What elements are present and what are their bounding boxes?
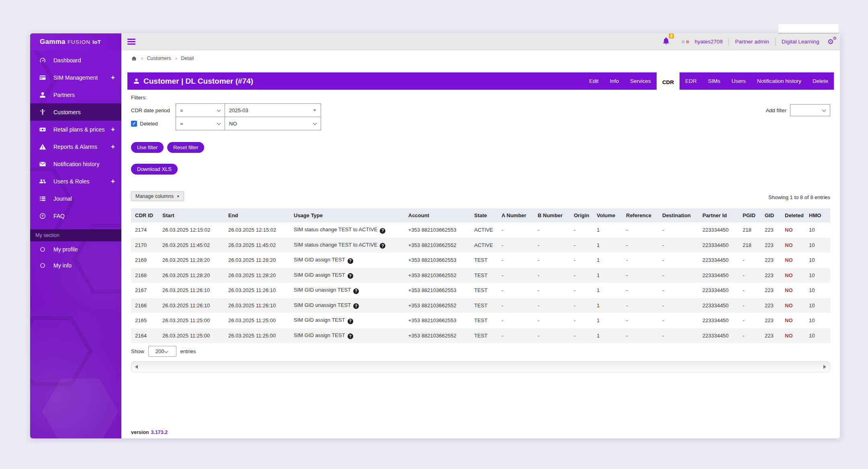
sidebar-item-journal[interactable]: Journal [30, 190, 121, 207]
cell-volume: 1 [594, 238, 623, 253]
sidebar-item-sim-management[interactable]: SIM Management+ [30, 69, 121, 86]
sidebar-item-my-profile[interactable]: My profile [30, 241, 121, 257]
column-header-cdr-id[interactable]: CDR ID [131, 208, 159, 222]
cell-reference: - [623, 238, 659, 253]
column-header-hmo[interactable]: HMO [806, 208, 830, 222]
users-icon [39, 177, 47, 185]
column-header-account[interactable]: Account [405, 208, 471, 222]
open-dropdown-artifact [778, 24, 839, 33]
column-header-deleted[interactable]: Deleted [782, 208, 806, 222]
column-header-destination[interactable]: Destination [659, 208, 699, 222]
sidebar-item-notification-history[interactable]: Notification history [30, 155, 121, 173]
app-logo[interactable]: Gamma FUSION IoT [30, 33, 121, 50]
column-header-volume[interactable]: Volume [594, 208, 623, 222]
filter-operator-select[interactable]: = [176, 117, 225, 130]
column-header-gid[interactable]: GID [762, 208, 782, 222]
column-header-pgid[interactable]: PGID [739, 208, 762, 222]
cell-start: 26.03.2025 11:25:00 [159, 328, 225, 344]
breadcrumb-item-detail[interactable]: Detail [181, 56, 194, 61]
help-icon[interactable]: ? [380, 228, 385, 234]
scroll-left-icon[interactable] [135, 365, 138, 369]
circle-icon [39, 261, 47, 269]
horizontal-scrollbar[interactable] [131, 361, 830, 372]
show-label: Show [131, 348, 144, 354]
download-xls-button[interactable]: Download XLS [131, 164, 178, 175]
cell-destination: - [659, 238, 699, 253]
tab-sims[interactable]: SIMs [702, 72, 726, 90]
expand-plus-icon[interactable]: + [111, 74, 115, 82]
column-header-partner-id[interactable]: Partner Id [699, 208, 739, 222]
sidebar-item-faq[interactable]: ?FAQ [30, 207, 121, 224]
sidebar-item-my-info[interactable]: My info [30, 257, 121, 274]
column-header-origin[interactable]: Origin [571, 208, 594, 222]
cell-partner_id: 223334450 [699, 222, 739, 238]
cell-origin: - [571, 268, 594, 283]
expand-plus-icon[interactable]: + [111, 125, 115, 134]
table-row: 216626.03.2025 11:26:1026.03.2025 11:26:… [131, 298, 830, 313]
help-icon[interactable]: ? [353, 288, 359, 294]
role-link[interactable]: Partner admin [735, 39, 769, 45]
filter-value-select[interactable]: 2025-03 [225, 103, 321, 117]
sidebar-item-users-roles[interactable]: Users & Roles+ [30, 173, 121, 190]
sidebar-item-reports-alarms[interactable]: Reports & Alarms+ [30, 138, 121, 155]
cell-gid: 223 [762, 313, 782, 328]
breadcrumb-item-customers[interactable]: Customers [147, 56, 171, 61]
sidebar-item-customers[interactable]: Customers [30, 103, 121, 121]
tab-edit[interactable]: Edit [583, 72, 604, 90]
filter-value: NO [229, 121, 237, 127]
settings-gears-icon[interactable]: ⚙⚙ [827, 38, 834, 45]
cell-partner_id: 223334450 [699, 283, 739, 298]
use-filter-button[interactable]: Use filter [131, 142, 164, 153]
sidebar-item-dashboard[interactable]: Dashboard [30, 51, 121, 69]
sidebar-item-partners[interactable]: Partners [30, 86, 121, 103]
help-icon[interactable]: ? [380, 243, 385, 249]
scroll-right-icon[interactable] [823, 365, 826, 369]
tab-notification-history[interactable]: Notification history [751, 72, 807, 90]
cell-b_number: - [534, 298, 571, 313]
filter-label: ✓Deleted [131, 117, 176, 130]
main-area: 3 hyates2709 Partner admin Digital Learn… [121, 33, 840, 438]
username-link[interactable]: hyates2709 [694, 39, 723, 45]
cell-account: +353 882103662552 [405, 298, 471, 313]
column-header-a-number[interactable]: A Number [498, 208, 534, 222]
column-header-end[interactable]: End [225, 208, 291, 222]
add-filter-label: Add filter [766, 107, 786, 113]
filter-value-select[interactable]: NO [225, 117, 321, 130]
reset-filter-button[interactable]: Reset filter [167, 142, 204, 153]
manage-columns-button[interactable]: Manage columns ▼ [131, 191, 184, 201]
tab-edr[interactable]: EDR [680, 72, 702, 90]
cell-usage: SIM GID unassign TEST? [291, 283, 405, 298]
tab-delete[interactable]: Delete [807, 72, 834, 90]
organization-link[interactable]: Digital Learning [782, 39, 819, 45]
column-header-start[interactable]: Start [159, 208, 225, 222]
hamburger-menu-icon[interactable] [127, 37, 135, 46]
help-icon[interactable]: ? [348, 258, 353, 264]
sidebar-item-retail-plans-prices[interactable]: Retail plans & prices+ [30, 121, 121, 138]
notifications-button[interactable]: 3 [662, 37, 670, 47]
add-filter-select[interactable] [790, 104, 830, 116]
filter-operator-select[interactable]: = [176, 103, 225, 117]
page-size-select[interactable]: 200 [148, 346, 176, 357]
home-icon[interactable] [131, 56, 137, 62]
help-icon[interactable]: ? [353, 303, 359, 309]
help-icon[interactable]: ? [348, 273, 353, 279]
cell-gid: 223 [762, 253, 782, 268]
tab-cdr[interactable]: CDR [657, 72, 680, 92]
cell-gid: 223 [762, 268, 782, 283]
cell-origin: - [571, 283, 594, 298]
tab-users[interactable]: Users [726, 72, 751, 90]
tab-services[interactable]: Services [624, 72, 657, 90]
column-header-usage-type[interactable]: Usage Type [291, 208, 405, 222]
checkbox-deleted[interactable]: ✓ [131, 121, 137, 127]
help-icon[interactable]: ? [348, 319, 353, 324]
cell-reference: - [623, 298, 659, 313]
column-header-reference[interactable]: Reference [623, 208, 659, 222]
version-value[interactable]: 3.173.2 [151, 430, 168, 435]
sidebar-item-label: Customers [53, 109, 115, 115]
column-header-b-number[interactable]: B Number [534, 208, 571, 222]
expand-plus-icon[interactable]: + [111, 177, 115, 185]
expand-plus-icon[interactable]: + [111, 143, 115, 151]
tab-info[interactable]: Info [604, 72, 625, 90]
column-header-state[interactable]: State [471, 208, 498, 222]
help-icon[interactable]: ? [348, 333, 353, 339]
